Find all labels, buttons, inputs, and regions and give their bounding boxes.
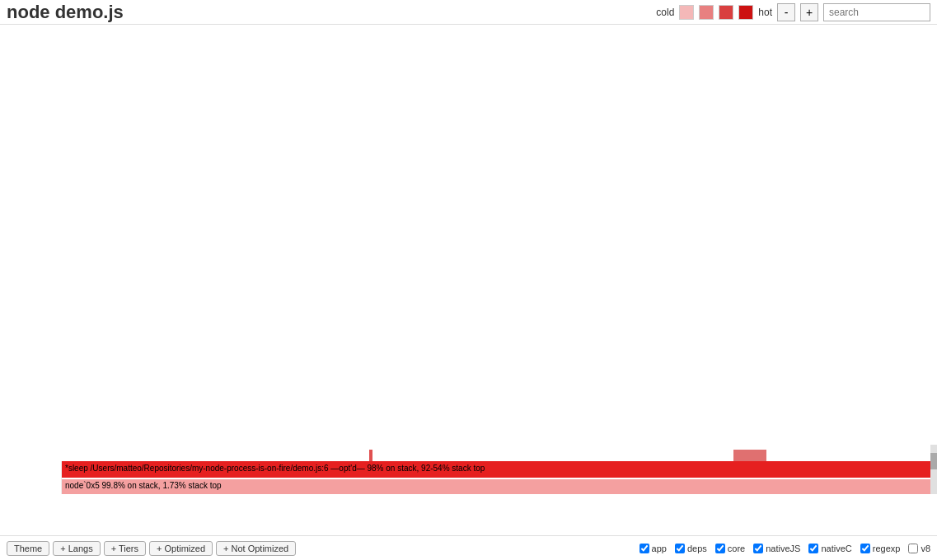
search-input[interactable]: [823, 3, 930, 21]
header-toolbar: node demo.js cold hot - +: [0, 0, 937, 25]
hot-label: hot: [758, 7, 772, 18]
legend-item-nativeC: nativeC: [808, 544, 851, 553]
legend-item-regexp: regexp: [860, 544, 901, 553]
toolbar-right: cold hot - +: [656, 3, 930, 21]
legend-label-app: app: [652, 544, 667, 553]
left-axis: [0, 461, 62, 494]
tiers-button[interactable]: + Tiers: [104, 541, 146, 556]
flame-bottom-bar-label: node`0x5 99.8% on stack, 1.73% stack top: [62, 479, 930, 492]
swatch-2: [699, 5, 714, 20]
legend-label-core: core: [728, 544, 745, 553]
swatch-4: [738, 5, 753, 20]
legend-item-nativeJS: nativeJS: [753, 544, 800, 553]
legend-checkbox-regexp[interactable]: [860, 544, 870, 553]
zoom-in-button[interactable]: +: [800, 3, 818, 21]
optimized-button[interactable]: + Optimized: [149, 541, 213, 556]
langs-button[interactable]: + Langs: [53, 541, 100, 556]
legend-label-regexp: regexp: [873, 544, 901, 553]
legend-item-deps: deps: [675, 544, 707, 553]
swatch-3: [719, 5, 733, 20]
scrollbar-track: [930, 445, 937, 494]
flamegraph-container: *sleep /Users/matteo/Repositories/my-nod…: [0, 445, 937, 511]
legend-checkbox-nativeJS[interactable]: [753, 544, 763, 553]
flamegraph-area: *sleep /Users/matteo/Repositories/my-nod…: [0, 25, 937, 511]
legend-checkbox-v8[interactable]: [908, 544, 918, 553]
flame-main-bar-label: *sleep /Users/matteo/Repositories/my-nod…: [62, 461, 930, 475]
legend-label-nativeC: nativeC: [821, 544, 851, 553]
theme-button[interactable]: Theme: [7, 541, 49, 556]
flame-accent-bar-2: [733, 450, 766, 461]
legend-item-core: core: [715, 544, 745, 553]
legend-checkbox-nativeC[interactable]: [808, 544, 818, 553]
scrollbar-thumb[interactable]: [930, 453, 937, 469]
legend-checkbox-deps[interactable]: [675, 544, 685, 553]
legend-label-nativeJS: nativeJS: [766, 544, 800, 553]
footer-left-controls: Theme + Langs + Tiers + Optimized + Not …: [7, 541, 296, 556]
footer-toolbar: Theme + Langs + Tiers + Optimized + Not …: [0, 535, 937, 560]
legend-label-v8: v8: [921, 544, 930, 553]
legend-item-app: app: [640, 544, 667, 553]
flame-main-bar[interactable]: *sleep /Users/matteo/Repositories/my-nod…: [62, 461, 930, 478]
not-optimized-button[interactable]: + Not Optimized: [216, 541, 296, 556]
zoom-out-button[interactable]: -: [777, 3, 795, 21]
legend-checkbox-app[interactable]: [640, 544, 649, 553]
page-title: node demo.js: [7, 2, 124, 23]
cold-label: cold: [656, 7, 674, 18]
legend-checkbox-core[interactable]: [715, 544, 725, 553]
legend-item-v8: v8: [908, 544, 930, 553]
legend-label-deps: deps: [687, 544, 707, 553]
flame-bottom-bar[interactable]: node`0x5 99.8% on stack, 1.73% stack top: [62, 479, 930, 494]
swatch-1: [679, 5, 694, 20]
flame-accent-bar-1: [369, 450, 372, 461]
footer-legend: appdepscorenativeJSnativeCregexpv8: [640, 544, 930, 553]
